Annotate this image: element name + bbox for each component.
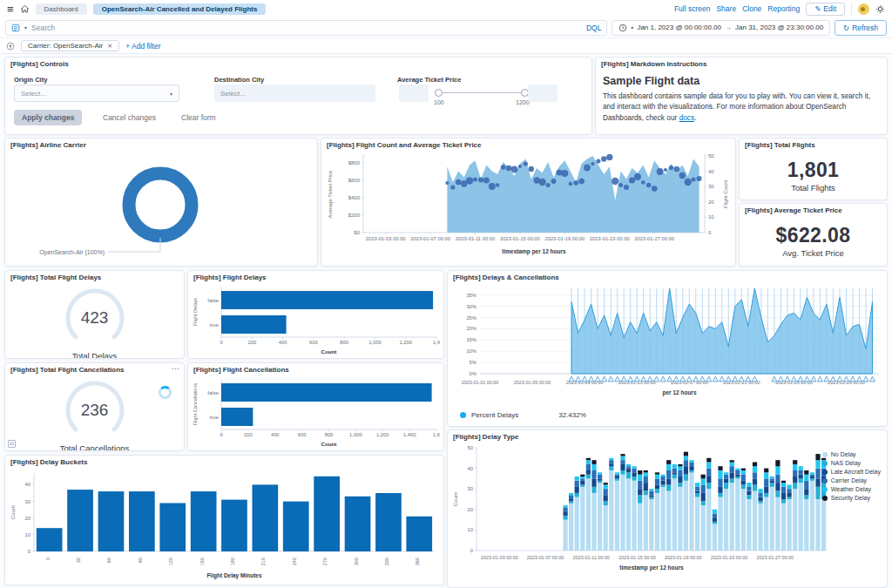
saved-query-icon[interactable] bbox=[11, 24, 20, 32]
svg-text:2023-01-27 00:00: 2023-01-27 00:00 bbox=[634, 236, 674, 241]
destination-city-label: Destination City bbox=[214, 76, 264, 84]
svg-text:30%: 30% bbox=[466, 303, 476, 308]
user-avatar[interactable] bbox=[858, 3, 869, 15]
flight-count-price-chart[interactable]: $0$200$400$600$800010203040502023-01-03 … bbox=[323, 151, 733, 264]
search-bar[interactable]: ▾ DQL bbox=[5, 20, 607, 36]
total-delays-gauge[interactable]: 423 bbox=[62, 285, 128, 351]
docs-link[interactable]: docs bbox=[679, 113, 695, 122]
pencil-icon: ✎ bbox=[814, 4, 821, 13]
clear-form-button[interactable]: Clear form bbox=[181, 110, 216, 125]
legend-item[interactable]: Security Delay bbox=[822, 495, 881, 501]
full-screen-link[interactable]: Full screen bbox=[674, 4, 711, 13]
gear-icon[interactable] bbox=[875, 4, 885, 14]
avg-ticket-price-label: Average Ticket Price bbox=[397, 76, 461, 84]
breadcrumb-dashboard[interactable]: Dashboard bbox=[36, 3, 87, 15]
legend-label: Late Aircraft Delay bbox=[831, 469, 881, 475]
total-cancellations-value: 236 bbox=[62, 377, 128, 443]
legend-item[interactable]: NAS Delay bbox=[822, 460, 881, 466]
legend-item[interactable]: Weather Delay bbox=[822, 486, 881, 492]
refresh-button[interactable]: ↻ Refresh bbox=[835, 20, 887, 36]
svg-text:2023-01-01 00:00: 2023-01-01 00:00 bbox=[462, 380, 499, 385]
remove-filter-icon[interactable]: ✕ bbox=[107, 43, 112, 50]
refresh-icon: ↻ bbox=[843, 24, 849, 32]
panel-menu-button[interactable]: ⋯ bbox=[172, 365, 179, 373]
legend-label: Security Delay bbox=[831, 495, 870, 501]
panel-flight-count-avg-price: [Flights] Flight Count and Average Ticke… bbox=[321, 138, 736, 267]
origin-city-select[interactable]: Select... ▾ bbox=[14, 84, 179, 102]
time-range-picker[interactable]: ▾ Jan 1, 2023 @ 00:00:00.00 → Jan 31, 20… bbox=[612, 20, 830, 36]
svg-text:0: 0 bbox=[470, 548, 473, 553]
delays-cancellations-area-chart[interactable]: 0%5%10%15%20%25%30%35%2023-01-01 00:0020… bbox=[450, 283, 884, 409]
svg-text:1,4: 1,4 bbox=[433, 340, 441, 345]
percent-delays-legend[interactable]: Percent Delays 32.432% bbox=[448, 409, 887, 419]
svg-text:10: 10 bbox=[468, 527, 473, 532]
date-from[interactable]: Jan 1, 2023 @ 00:00:00.00 bbox=[637, 24, 721, 31]
delay-type-stacked-chart[interactable]: 010203040502023-01-03 00:002023-01-07 00… bbox=[450, 443, 884, 584]
legend-dot bbox=[822, 461, 828, 466]
home-icon[interactable] bbox=[20, 4, 30, 14]
dql-button[interactable]: DQL bbox=[586, 24, 601, 32]
svg-text:$200: $200 bbox=[348, 213, 361, 218]
legend-item[interactable]: Late Aircraft Delay bbox=[822, 469, 881, 475]
avg-ticket-price-value: $622.08 bbox=[776, 224, 851, 247]
reporting-link[interactable]: Reporting bbox=[767, 4, 800, 13]
svg-text:40: 40 bbox=[708, 168, 714, 173]
svg-text:5%: 5% bbox=[470, 360, 476, 365]
chevron-down-icon[interactable]: ▾ bbox=[24, 24, 27, 30]
panel-flight-delays: [Flights] Flight Delays 02004006008001,0… bbox=[187, 270, 444, 359]
clock-icon bbox=[618, 24, 627, 32]
legend-dot bbox=[460, 412, 466, 418]
chevron-down-icon: ▾ bbox=[170, 91, 172, 97]
edit-button[interactable]: ✎ Edit bbox=[806, 3, 845, 16]
svg-text:OpenSearch-Air (100%): OpenSearch-Air (100%) bbox=[39, 248, 105, 255]
nav-divider bbox=[851, 3, 852, 15]
delay-buckets-bar-chart[interactable]: 0102030400306090120150180210240270300330… bbox=[8, 468, 441, 583]
legend-value: 32.432% bbox=[558, 411, 586, 419]
svg-text:Flight Delay Minutes: Flight Delay Minutes bbox=[206, 572, 262, 579]
svg-text:10%: 10% bbox=[466, 348, 476, 354]
filter-pill-carrier[interactable]: Carrier: OpenSearch-Air ✕ bbox=[21, 40, 119, 51]
flight-cancellations-bar-chart[interactable]: 02004006008001,0001,2001,4001,6falsetrue… bbox=[190, 375, 442, 451]
search-input[interactable] bbox=[31, 24, 582, 32]
price-max-input[interactable] bbox=[528, 84, 558, 102]
svg-text:30: 30 bbox=[25, 498, 30, 504]
clone-link[interactable]: Clone bbox=[742, 4, 761, 13]
svg-text:per 12 hours: per 12 hours bbox=[662, 389, 696, 396]
svg-text:1,200: 1,200 bbox=[399, 340, 412, 345]
destination-city-placeholder: Select... bbox=[220, 90, 246, 98]
legend-item[interactable]: No Delay bbox=[822, 451, 881, 457]
panel-delay-type: [Flights] Delay Type 010203040502023-01-… bbox=[447, 429, 888, 588]
query-bar: ▾ DQL ▾ Jan 1, 2023 @ 00:00:00.00 → Jan … bbox=[0, 17, 892, 38]
panel-title: [Flights] Flight Count and Average Ticke… bbox=[321, 139, 735, 151]
svg-text:Count: Count bbox=[321, 441, 337, 447]
price-min-input[interactable] bbox=[399, 84, 429, 102]
panel-title: [Flights] Flight Cancellations bbox=[188, 363, 443, 375]
cancel-changes-button[interactable]: Cancel changes bbox=[103, 110, 156, 125]
price-slider-handle-min[interactable] bbox=[435, 89, 443, 97]
panel-title: [Flights] Flight Delays bbox=[188, 271, 443, 283]
total-cancellations-gauge[interactable]: 236 bbox=[62, 377, 128, 443]
menu-icon[interactable]: ≡ bbox=[7, 3, 14, 15]
legend-item[interactable]: Carrier Delay bbox=[822, 477, 881, 483]
flight-delays-bar-chart[interactable]: 02004006008001,0001,2001,4falsetrueCount… bbox=[190, 283, 442, 359]
date-to[interactable]: Jan 31, 2023 @ 23:30:00.00 bbox=[735, 24, 823, 31]
breadcrumb-current-dashboard: OpenSearch-Air Cancelled and Delayed Fli… bbox=[93, 3, 267, 15]
add-filter-link[interactable]: + Add filter bbox=[125, 42, 160, 51]
svg-text:1,400: 1,400 bbox=[403, 432, 416, 437]
share-link[interactable]: Share bbox=[716, 4, 736, 13]
filter-bar: Carrier: OpenSearch-Air ✕ + Add filter bbox=[0, 38, 892, 54]
filter-icon[interactable] bbox=[6, 42, 15, 51]
destination-city-select[interactable]: Select... bbox=[214, 84, 375, 102]
svg-text:2023-01-07 00:00: 2023-01-07 00:00 bbox=[527, 555, 564, 560]
apply-changes-button[interactable]: Apply changes bbox=[14, 110, 82, 125]
airline-carrier-donut-chart[interactable]: OpenSearch-Air (100%) bbox=[5, 151, 315, 266]
svg-text:360: 360 bbox=[415, 558, 420, 565]
svg-text:2023-01-05 00:00: 2023-01-05 00:00 bbox=[514, 380, 551, 385]
origin-city-placeholder: Select... bbox=[21, 90, 46, 98]
svg-text:0: 0 bbox=[220, 340, 222, 345]
svg-text:false: false bbox=[207, 298, 219, 303]
legend-dot bbox=[822, 478, 828, 483]
svg-text:false: false bbox=[207, 390, 219, 395]
edit-button-label: Edit bbox=[823, 4, 836, 13]
legend-toggle-button[interactable] bbox=[8, 440, 16, 448]
